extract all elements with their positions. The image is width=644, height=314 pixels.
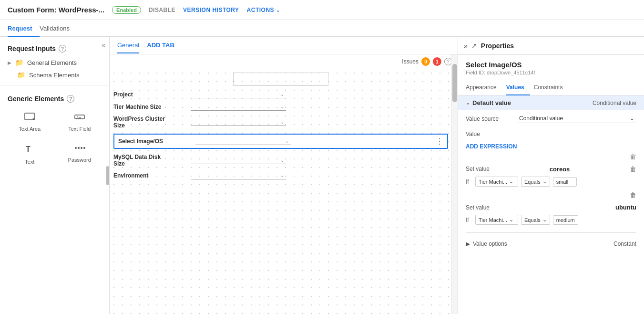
canvas-scrollbar[interactable]: [451, 54, 458, 314]
cond-field-chevron-icon: ⌄: [509, 178, 513, 185]
sidebar-divider: [0, 85, 109, 85]
default-value-chevron-icon: ⌄: [466, 100, 470, 105]
panel-tab-constraints[interactable]: Constraints: [534, 80, 569, 95]
svg-text:Aa: Aa: [76, 115, 81, 120]
set-value-block-1: Set value coreos 🗑 If Tier Machi... ⌄ Eq…: [458, 161, 644, 190]
cond-op-chevron-icon: ⌄: [542, 178, 547, 185]
sidebar-scrollbar[interactable]: [106, 166, 109, 185]
table-row: WordPress ClusterSize ⌄: [113, 115, 448, 129]
table-row: Select Image/OS ⌄: [118, 137, 443, 145]
actions-menu[interactable]: ACTIONS ⌄: [247, 7, 280, 13]
project-input[interactable]: ⌄: [191, 91, 286, 98]
env-chevron-icon: ⌄: [280, 173, 284, 178]
disable-action[interactable]: DISABLE: [149, 7, 175, 13]
wordpress-cluster-size-input[interactable]: ⌄: [191, 118, 286, 126]
default-value-row[interactable]: ⌄ Default value Conditional value: [458, 95, 644, 110]
enabled-badge: Enabled: [112, 6, 141, 14]
request-inputs-help-icon[interactable]: ?: [59, 45, 66, 52]
center-canvas: General ADD TAB Issues 0 1 ? Project ⌄: [110, 37, 458, 314]
select-image-os-field[interactable]: Select Image/OS ⌄ ⋮: [113, 134, 448, 149]
divider: [466, 232, 636, 233]
panel-tab-appearance[interactable]: Appearance: [466, 80, 502, 95]
table-row: Environment ⌄: [113, 172, 448, 179]
generic-item-text-area[interactable]: Text Area: [8, 108, 52, 136]
generic-elements-title: Generic Elements ?: [8, 95, 102, 103]
set-value-block-2: Set value ubuntu If Tier Machi... ⌄ Equa…: [458, 200, 644, 229]
generic-items-grid: Text Area Aa Text Field T: [8, 108, 102, 168]
delete-set-value-1-icon[interactable]: 🗑: [630, 165, 636, 173]
values-content: ⌄ Default value Conditional value Value …: [458, 95, 644, 314]
svg-point-8: [81, 147, 82, 149]
panel-external-icon[interactable]: ↗: [471, 42, 477, 50]
issues-bar: Issues 0 1 ?: [110, 54, 458, 69]
add-expression-button[interactable]: ADD EXPRESSION: [458, 141, 644, 152]
right-panel-header: » ↗ Properties: [458, 37, 644, 55]
value-source-row: Value source Conditional value ⌄: [458, 110, 644, 127]
delete-block-2-icon[interactable]: 🗑: [630, 191, 636, 199]
condition-op-select-1[interactable]: Equals ⌄: [521, 177, 550, 187]
tier-machine-size-label: Tier Machine Size: [113, 104, 185, 110]
condition-value-2: medium: [553, 215, 578, 225]
generic-item-text[interactable]: T Text: [8, 139, 52, 168]
left-sidebar: « Request Inputs ? ▶ 📁 General Elements …: [0, 37, 110, 314]
generic-item-text-field[interactable]: Aa Text Field: [58, 108, 102, 136]
condition-field-select-1[interactable]: Tier Machi... ⌄: [475, 177, 518, 187]
wordpress-cluster-size-label: WordPress ClusterSize: [113, 115, 185, 129]
generic-elements-section: Generic Elements ? Text Area: [0, 89, 109, 174]
condition-value-1: small: [553, 177, 577, 187]
select-image-os-input[interactable]: ⌄: [195, 137, 291, 145]
value-row: Value: [458, 127, 644, 141]
panel-tab-values[interactable]: Values: [506, 80, 530, 95]
svg-text:T: T: [26, 145, 31, 153]
generic-elements-help-icon[interactable]: ?: [67, 95, 74, 103]
page-title: Custom Form: WordPress-...: [8, 6, 104, 14]
top-textarea-stub: [113, 73, 448, 86]
panel-tabs: Appearance Values Constraints: [458, 80, 644, 95]
folder-icon: 📁: [15, 59, 23, 66]
top-bar: Custom Form: WordPress-... Enabled DISAB…: [0, 0, 644, 20]
actions-chevron-icon: ⌄: [276, 8, 280, 13]
canvas-tab-general[interactable]: General: [117, 38, 139, 53]
main-layout: « Request Inputs ? ▶ 📁 General Elements …: [0, 37, 644, 314]
cond-field-2-chevron-icon: ⌄: [509, 217, 513, 223]
canvas-tabs: General ADD TAB: [110, 37, 458, 54]
canvas-tab-add[interactable]: ADD TAB: [147, 38, 174, 53]
field-id: Field ID: dropDown_4511c14f: [458, 69, 644, 80]
tab-request[interactable]: Request: [8, 21, 40, 37]
environment-label: Environment: [113, 172, 185, 179]
collapse-sidebar-button[interactable]: «: [102, 41, 105, 49]
project-chevron-icon: ⌄: [280, 92, 284, 97]
mysql-chevron-icon: ⌄: [280, 157, 284, 163]
value-options-arrow-icon: ▶: [466, 241, 470, 247]
generic-item-password[interactable]: Password: [58, 139, 102, 168]
cond-op-2-chevron-icon: ⌄: [542, 217, 547, 223]
text-field-icon: Aa: [74, 112, 85, 124]
condition-row-1: If Tier Machi... ⌄ Equals ⌄ small: [466, 175, 636, 188]
text-icon: T: [24, 143, 35, 157]
value-source-select[interactable]: Conditional value ⌄: [517, 114, 636, 123]
svg-point-9: [83, 147, 85, 149]
environment-input[interactable]: ⌄: [191, 172, 286, 179]
three-dots-menu[interactable]: ⋮: [436, 137, 443, 146]
wc-chevron-icon: ⌄: [280, 119, 284, 125]
condition-op-select-2[interactable]: Equals ⌄: [521, 215, 550, 225]
version-history-action[interactable]: VERSION HISTORY: [183, 7, 239, 13]
password-icon: [74, 143, 85, 155]
sio-chevron-icon: ⌄: [285, 138, 289, 144]
sidebar-item-schema-elements[interactable]: 📁 Schema Elements: [0, 69, 109, 81]
tab-validations[interactable]: Validations: [40, 21, 77, 37]
sidebar-item-general-elements[interactable]: ▶ 📁 General Elements: [0, 56, 109, 69]
table-row: Project ⌄: [113, 91, 448, 98]
right-panel: » ↗ Properties Select Image/OS Field ID:…: [458, 37, 644, 314]
select-image-os-label: Select Image/OS: [118, 138, 190, 145]
request-inputs-title: Request Inputs ?: [0, 37, 109, 56]
value-options-row[interactable]: ▶ Value options Constant: [458, 237, 644, 251]
panel-expand-icon[interactable]: »: [464, 42, 468, 50]
value-source-chevron-icon: ⌄: [630, 115, 634, 122]
table-row: MySQL Data DiskSize ⌄: [113, 154, 448, 167]
tier-machine-size-input[interactable]: ⌄: [191, 103, 286, 111]
delete-expression-icon[interactable]: 🗑: [630, 153, 636, 160]
mysql-data-disk-size-input[interactable]: ⌄: [191, 157, 286, 164]
textarea-element[interactable]: [233, 73, 328, 86]
condition-field-select-2[interactable]: Tier Machi... ⌄: [475, 215, 518, 225]
